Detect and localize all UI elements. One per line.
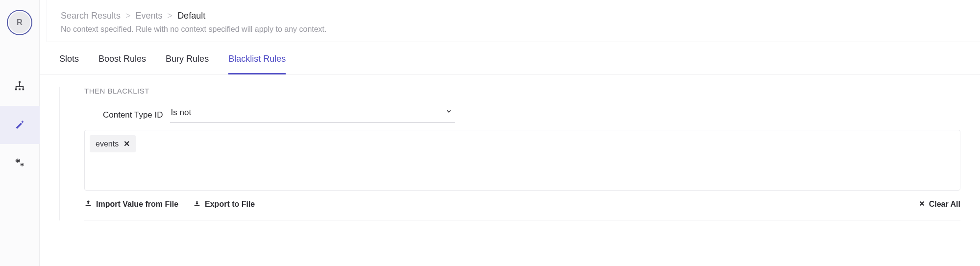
svg-rect-3 [23,89,24,91]
export-label: Export to File [205,200,255,209]
clear-all-button[interactable]: Clear All [919,200,960,209]
clear-all-label: Clear All [929,200,960,209]
rule-row: Content Type ID Is not [84,105,960,123]
svg-rect-1 [15,89,17,91]
tab-blacklist-rules[interactable]: Blacklist Rules [228,42,286,74]
svg-point-4 [17,160,20,163]
section-header: THEN BLACKLIST [84,87,960,95]
rule-panel: THEN BLACKLIST Content Type ID Is not ev… [59,87,960,220]
svg-rect-2 [19,89,21,91]
chevron-right-icon: > [168,11,173,21]
avatar[interactable]: R [9,12,30,33]
tab-bury-rules[interactable]: Bury Rules [166,42,209,74]
left-rail: R [0,0,40,266]
value-tagbox[interactable]: events ✕ [84,130,960,191]
main-area: Search Results > Events > Default No con… [40,0,980,266]
header: Search Results > Events > Default No con… [47,0,980,42]
tabs: Slots Boost Rules Bury Rules Blacklist R… [40,42,980,75]
chevron-right-icon: > [125,11,131,21]
upload-icon [84,199,92,209]
tab-slots[interactable]: Slots [59,42,79,74]
rail-item-sitemap[interactable] [0,68,40,106]
import-label: Import Value from File [96,200,178,209]
breadcrumb-link-search-results[interactable]: Search Results [61,11,121,21]
import-button[interactable]: Import Value from File [84,199,178,209]
actions-row: Import Value from File Export to File Cl… [84,191,960,220]
rail-item-rules[interactable] [0,106,40,144]
rail-item-settings[interactable] [0,144,40,182]
value-chip: events ✕ [90,135,136,152]
svg-rect-7 [195,205,200,206]
sitemap-icon [14,80,25,93]
operator-select[interactable]: Is not [170,105,455,123]
field-label: Content Type ID [84,110,163,123]
chip-label: events [96,140,119,148]
operator-value: Is not [170,105,455,122]
breadcrumb: Search Results > Events > Default [61,11,980,21]
avatar-letter: R [17,18,23,27]
close-icon [919,200,925,209]
svg-rect-6 [86,205,91,206]
svg-point-5 [21,164,23,166]
magic-wand-icon [15,119,24,131]
page-subtitle: No context specified. Rule with no conte… [61,25,980,34]
export-button[interactable]: Export to File [193,199,255,209]
breadcrumb-current: Default [177,11,205,21]
svg-rect-0 [19,81,21,83]
gears-icon [14,157,25,169]
tab-boost-rules[interactable]: Boost Rules [98,42,146,74]
chevron-down-icon [445,108,452,117]
breadcrumb-link-events[interactable]: Events [136,11,163,21]
download-icon [193,199,201,209]
close-icon[interactable]: ✕ [123,139,130,148]
